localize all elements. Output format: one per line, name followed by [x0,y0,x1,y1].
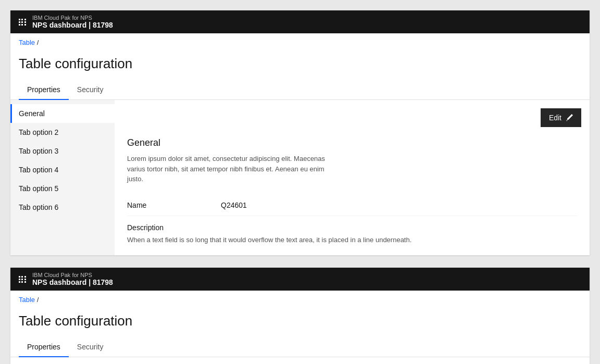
breadcrumb-link-edit[interactable]: Table [19,296,35,304]
app-title: NPS dashboard | 81798 [32,21,113,29]
content-area: General Tab option 2 Tab option 3 Tab op… [10,100,590,255]
sidebar-item-tab2[interactable]: Tab option 2 [10,123,115,142]
app-title-edit: NPS dashboard | 81798 [32,278,113,286]
edit-button[interactable]: Edit [541,108,581,127]
sidebar-item-general[interactable]: General [10,104,115,123]
grid-dots-icon-edit [19,276,26,283]
card-edit-mode: IBM Cloud Pak for NPS NPS dashboard | 81… [10,268,590,364]
section-description: Lorem ipsum dolor sit amet, consectetur … [127,154,335,184]
sidebar-item-tab4[interactable]: Tab option 4 [10,160,115,179]
page-title: Table configuration [10,52,590,80]
topbar-edit: IBM Cloud Pak for NPS NPS dashboard | 81… [10,268,590,291]
description-text: When a text field is so long that it wou… [127,235,577,245]
main-panel: Edit General Lorem ipsum dolor sit amet,… [115,100,590,255]
sidebar-item-tab5[interactable]: Tab option 5 [10,179,115,198]
editing-header: Editing queue properties Cancel Save [10,357,590,364]
breadcrumb-separator: / [37,39,39,46]
tab-properties[interactable]: Properties [19,80,69,100]
app-subtitle-edit: IBM Cloud Pak for NPS [32,272,113,278]
sidebar: General Tab option 2 Tab option 3 Tab op… [10,100,115,255]
tab-security-edit[interactable]: Security [69,337,112,357]
topbar-text: IBM Cloud Pak for NPS NPS dashboard | 81… [32,15,113,29]
breadcrumb-link[interactable]: Table [19,39,35,46]
tab-properties-edit[interactable]: Properties [19,337,69,357]
field-row-name: Name Q24601 [127,195,577,216]
tabs-bar-edit: Properties Security [10,337,590,357]
card-view-mode: IBM Cloud Pak for NPS NPS dashboard | 81… [10,10,590,255]
tabs-bar: Properties Security [10,80,590,100]
sidebar-item-tab3[interactable]: Tab option 3 [10,142,115,160]
app-subtitle: IBM Cloud Pak for NPS [32,15,113,21]
tab-security[interactable]: Security [69,80,112,100]
edit-label: Edit [549,114,561,122]
page-title-edit: Table configuration [10,309,590,337]
breadcrumb-edit: Table / [10,291,590,309]
panel-top: Edit [115,100,590,127]
field-label-name: Name [127,201,221,209]
section-title: General [127,137,577,148]
topbar-text-edit: IBM Cloud Pak for NPS NPS dashboard | 81… [32,272,113,286]
breadcrumb-separator-edit: / [37,296,39,304]
topbar: IBM Cloud Pak for NPS NPS dashboard | 81… [10,10,590,33]
description-label: Description [127,223,577,232]
view-panel-content: General Lorem ipsum dolor sit amet, cons… [115,127,590,255]
sidebar-item-tab6[interactable]: Tab option 6 [10,198,115,217]
field-value-name: Q24601 [221,201,247,209]
grid-dots-icon [19,19,26,26]
description-section: Description When a text field is so long… [127,216,577,245]
breadcrumb: Table / [10,33,590,52]
edit-icon [566,114,573,121]
